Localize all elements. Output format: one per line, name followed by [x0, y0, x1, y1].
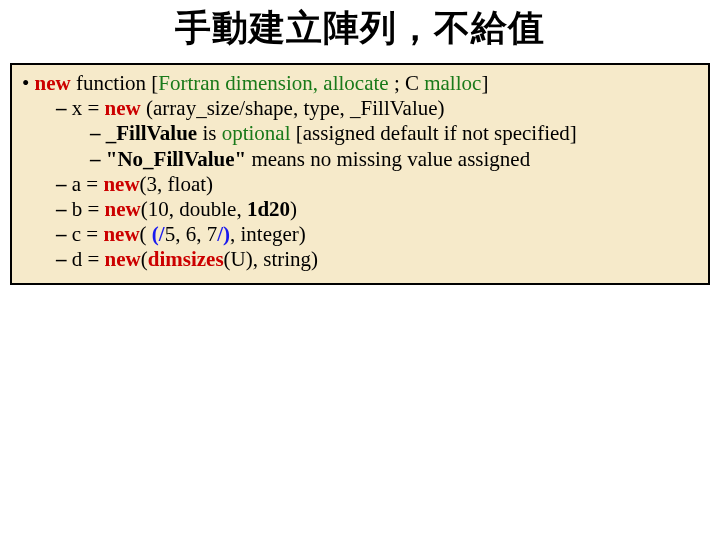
- line-d-new: d = new(dimsizes(U), string): [56, 247, 698, 272]
- kw-new: new: [103, 172, 139, 196]
- text: (3, float): [140, 172, 213, 196]
- kw-new: new: [103, 222, 139, 246]
- line-no-fillvalue: "No_FillValue" means no missing value as…: [90, 147, 698, 172]
- line-fillvalue-optional: _FillValue is optional [assigned default…: [90, 121, 698, 146]
- kw-new: new: [105, 197, 141, 221]
- malloc-ref: malloc: [424, 71, 481, 95]
- line-a-new: a = new(3, float): [56, 172, 698, 197]
- kw-new: new: [105, 96, 141, 120]
- line-new-function: new function [Fortran dimension, allocat…: [22, 71, 698, 96]
- text: x =: [72, 96, 105, 120]
- text: function [: [71, 71, 158, 95]
- text: (array_size/shape, type, _FillValue): [141, 96, 445, 120]
- text: ): [290, 197, 297, 221]
- array-open: (/: [152, 222, 165, 246]
- line-x-new: x = new (array_size/shape, type, _FillVa…: [56, 96, 698, 121]
- text: ; C: [389, 71, 425, 95]
- text: , integer): [230, 222, 306, 246]
- text: (10, double,: [141, 197, 247, 221]
- text: is: [197, 121, 222, 145]
- text: means no missing value assigned: [246, 147, 530, 171]
- fillvalue-label: _FillValue: [106, 121, 197, 145]
- text: [assigned default if not specified]: [291, 121, 577, 145]
- content-box: new function [Fortran dimension, allocat…: [10, 63, 710, 285]
- text: d =: [72, 247, 105, 271]
- text: b =: [72, 197, 105, 221]
- optional-label: optional: [222, 121, 291, 145]
- slide: 手動建立陣列，不給值 new function [Fortran dimensi…: [0, 0, 720, 540]
- text: (: [141, 247, 148, 271]
- line-c-new: c = new( (/5, 6, 7/), integer): [56, 222, 698, 247]
- text: a =: [72, 172, 104, 196]
- fn-dimsizes: dimsizes: [148, 247, 224, 271]
- fortran-ref: Fortran dimension, allocate: [158, 71, 388, 95]
- kw-new: new: [35, 71, 71, 95]
- text: (: [140, 222, 152, 246]
- slide-title: 手動建立陣列，不給值: [10, 4, 710, 53]
- text: (U), string): [224, 247, 318, 271]
- kw-new: new: [105, 247, 141, 271]
- text: 5, 6, 7: [165, 222, 218, 246]
- line-b-new: b = new(10, double, 1d20): [56, 197, 698, 222]
- array-close: /): [217, 222, 230, 246]
- text: ]: [481, 71, 488, 95]
- text: c =: [72, 222, 104, 246]
- literal-1d20: 1d20: [247, 197, 290, 221]
- no-fillvalue-label: "No_FillValue": [106, 147, 246, 171]
